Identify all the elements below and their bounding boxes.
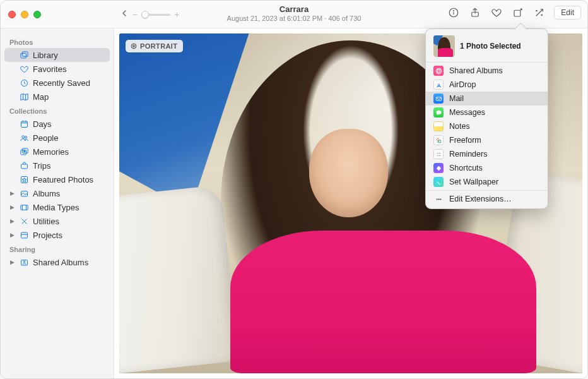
minimize-window-button[interactable]	[21, 11, 28, 18]
svg-point-47	[437, 155, 437, 155]
sidebar-item-label: Favorites	[33, 64, 105, 74]
sidebar-item-utilities[interactable]: ▶ Utilities	[4, 214, 110, 228]
popover-separator	[426, 190, 548, 191]
svg-rect-50	[436, 165, 441, 171]
notes-icon	[433, 121, 444, 131]
featured-icon	[19, 174, 29, 184]
share-item-mail[interactable]: Mail	[426, 92, 548, 105]
share-item-label: Freeform	[449, 136, 481, 145]
sidebar-item-label: Utilities	[33, 217, 105, 226]
titlebar: − + Carrara August 21, 2023 at 6:01:02 P…	[1, 1, 587, 28]
svg-point-46	[437, 153, 437, 153]
airdrop-icon	[433, 80, 444, 90]
zoom-track[interactable]	[141, 14, 170, 16]
share-item-set-wallpaper[interactable]: Set Wallpaper	[426, 175, 548, 189]
sidebar-item-library[interactable]: Library	[4, 48, 110, 62]
sidebar-item-map[interactable]: Map	[4, 90, 110, 104]
mail-icon	[433, 93, 444, 104]
svg-point-41	[436, 68, 441, 73]
share-item-label: Set Wallpaper	[449, 177, 498, 186]
disclosure-icon[interactable]: ▶	[9, 232, 15, 238]
share-item-label: Shared Albums	[449, 66, 503, 75]
share-item-freeform[interactable]: Freeform	[426, 133, 548, 147]
favorite-button[interactable]	[490, 6, 503, 20]
disclosure-icon[interactable]: ▶	[9, 190, 15, 196]
sidebar-item-label: Trips	[33, 161, 105, 171]
shortcuts-icon	[433, 163, 444, 173]
svg-line-36	[134, 46, 136, 47]
share-item-label: Messages	[449, 108, 485, 117]
share-item-label: Reminders	[449, 150, 487, 159]
svg-line-35	[134, 45, 136, 46]
svg-point-53	[440, 198, 440, 199]
sidebar-item-featured-photos[interactable]: Featured Photos	[4, 172, 110, 186]
sidebar-item-memories[interactable]: Memories	[4, 145, 110, 159]
sidebar-item-label: Memories	[33, 147, 105, 157]
sidebar-item-favorites[interactable]: Favorites	[4, 62, 110, 76]
disclosure-icon[interactable]: ▶	[9, 204, 15, 210]
sidebar-section-header: Photos	[4, 35, 110, 48]
sidebar-item-trips[interactable]: Trips	[4, 159, 110, 172]
svg-point-40	[437, 69, 440, 73]
svg-rect-4	[514, 10, 520, 16]
disclosure-icon[interactable]: ▶	[9, 218, 15, 224]
utilities-icon	[19, 216, 29, 226]
share-item-airdrop[interactable]: AirDrop	[426, 78, 548, 92]
wallpaper-icon	[433, 177, 444, 187]
trips-icon	[19, 160, 29, 171]
share-item-label: Shortcuts	[449, 164, 483, 172]
svg-marker-21	[23, 150, 25, 152]
sidebar-item-days[interactable]: Days	[4, 117, 110, 131]
sidebar-item-label: Map	[33, 92, 105, 102]
heart-icon	[19, 64, 29, 74]
svg-point-2	[454, 11, 454, 11]
share-item-messages[interactable]: Messages	[426, 105, 548, 119]
messages-icon	[433, 107, 444, 117]
sidebar-item-label: Library	[33, 51, 105, 60]
zoom-thumb[interactable]	[141, 11, 149, 18]
svg-point-32	[23, 261, 25, 263]
svg-rect-26	[20, 205, 27, 210]
share-thumbnail	[433, 35, 455, 57]
photos-window: − + Carrara August 21, 2023 at 6:01:02 P…	[0, 0, 588, 379]
portrait-badge-label: PORTRAIT	[140, 42, 177, 50]
photo-title: Carrara	[227, 4, 362, 14]
svg-rect-29	[21, 232, 27, 238]
svg-point-5	[536, 10, 538, 11]
disclosure-icon[interactable]: ▶	[9, 259, 15, 265]
auto-enhance-button[interactable]	[532, 6, 546, 20]
sidebar-section-header: Sharing	[4, 242, 110, 255]
svg-point-52	[438, 198, 438, 199]
clock-icon	[19, 78, 29, 88]
share-popover-header: 1 Photo Selected	[426, 33, 548, 61]
svg-point-17	[21, 135, 24, 138]
share-item-edit-extensions[interactable]: Edit Extensions…	[426, 192, 548, 206]
sidebar-item-recently-saved[interactable]: Recently Saved	[4, 76, 110, 90]
close-window-button[interactable]	[8, 11, 16, 18]
svg-point-51	[437, 198, 437, 199]
reminders-icon	[433, 149, 444, 159]
share-item-label: AirDrop	[449, 80, 476, 89]
zoom-slider[interactable]: − +	[132, 9, 179, 20]
svg-line-38	[132, 46, 134, 47]
share-item-reminders[interactable]: Reminders	[426, 147, 548, 161]
share-popover: 1 Photo Selected Shared Albums AirDrop M…	[425, 28, 548, 209]
info-button[interactable]	[447, 6, 461, 20]
memories-icon	[19, 147, 29, 157]
sidebar-item-media-types[interactable]: ▶ Media Types	[4, 200, 110, 214]
share-item-notes[interactable]: Notes	[426, 119, 548, 133]
window-controls	[1, 11, 41, 18]
fullscreen-window-button[interactable]	[33, 11, 41, 18]
share-button[interactable]	[468, 6, 482, 20]
rotate-button[interactable]	[511, 6, 525, 20]
sidebar-item-projects[interactable]: ▶ Projects	[4, 228, 110, 242]
toolbar-right: Edit	[447, 6, 581, 20]
share-item-shortcuts[interactable]: Shortcuts	[426, 161, 548, 175]
back-button[interactable]	[119, 8, 129, 21]
share-item-shared-albums[interactable]: Shared Albums	[426, 64, 548, 78]
sidebar-item-albums[interactable]: ▶ Albums	[4, 186, 110, 200]
sidebar-item-people[interactable]: People	[4, 131, 110, 145]
edit-button[interactable]: Edit	[554, 6, 581, 20]
sidebar-item-shared-albums[interactable]: ▶ Shared Albums	[4, 255, 110, 269]
photo-subtitle: August 21, 2023 at 6:01:02 PM · 406 of 7…	[227, 15, 362, 22]
